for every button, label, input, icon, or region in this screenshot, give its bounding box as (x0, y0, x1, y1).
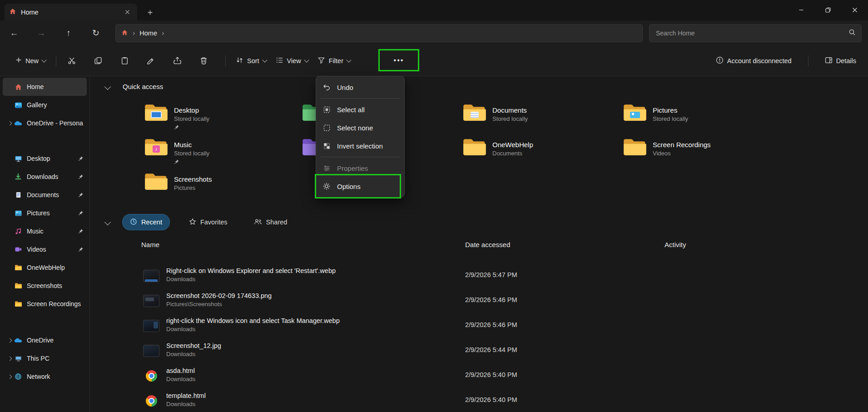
tab-close-icon[interactable] (122, 7, 133, 18)
breadcrumb-home-icon[interactable] (121, 29, 128, 37)
divider (56, 55, 56, 66)
sidebar-item-screenshots[interactable]: Screenshots (3, 277, 87, 295)
menu-item-select-all[interactable]: Select all (316, 100, 404, 119)
delete-button[interactable] (193, 53, 213, 69)
menu-item-select-none[interactable]: Select none (316, 119, 404, 137)
see-more-button[interactable]: ••• (387, 55, 411, 66)
desktop-emblem (151, 111, 162, 118)
forward-button[interactable]: → (34, 25, 49, 41)
sidebar-item-this-pc[interactable]: This PC (3, 349, 87, 367)
info-icon (716, 56, 724, 65)
explorer-tab[interactable]: Home (5, 4, 137, 20)
menu-item-invert-selection[interactable]: Invert selection (316, 137, 404, 155)
restore-button[interactable] (814, 0, 841, 20)
quick-access-tile-onewebhelp[interactable]: OneWebHelp Documents (462, 137, 612, 157)
pin-icon (174, 159, 209, 166)
sidebar-item-downloads[interactable]: Downloads (3, 168, 87, 186)
star-icon (189, 218, 196, 227)
breadcrumb-home[interactable]: Home (139, 30, 157, 37)
sidebar-item-network[interactable]: Network (3, 367, 87, 386)
tab-favorites-label: Favorites (200, 218, 228, 226)
quick-access-tile-screenshots[interactable]: Screenshots Pictures (144, 172, 294, 192)
folder-icon (14, 263, 23, 272)
close-button[interactable] (841, 0, 868, 20)
file-row[interactable]: Screenshot_12.jpg Downloads 2/9/2026 5:4… (90, 338, 868, 363)
file-explorer-window: Home ← → ↑ ↻ › Home › New (0, 0, 868, 412)
back-button[interactable]: ← (6, 25, 22, 41)
menu-item-select-all-label: Select all (337, 106, 365, 114)
tab-recent[interactable]: Recent (122, 214, 170, 230)
sidebar-item-gallery[interactable]: Gallery (3, 96, 87, 114)
invert-selection-icon (322, 142, 332, 150)
quick-access-tile-desktop[interactable]: Desktop Stored locally (144, 103, 294, 131)
quick-access-tile-music[interactable]: ♪ Music Stored locally (144, 137, 294, 166)
sidebar-item-documents[interactable]: Documents (3, 186, 87, 204)
view-button-label: View (287, 57, 301, 65)
up-button[interactable]: ↑ (61, 25, 76, 41)
menu-item-invert-selection-label: Invert selection (337, 142, 383, 150)
sidebar-item-home[interactable]: Home (3, 78, 87, 96)
sort-button[interactable]: Sort (231, 53, 271, 69)
sidebar-item-screen-recordings[interactable]: Screen Recordings (3, 295, 87, 313)
search-icon[interactable] (848, 29, 856, 37)
pin-icon (77, 174, 84, 179)
sidebar-item-pictures[interactable]: Pictures (3, 204, 87, 222)
minimize-button[interactable] (788, 0, 814, 20)
new-tab-button[interactable] (144, 6, 156, 18)
filter-icon (317, 56, 325, 65)
file-row[interactable]: template.html Downloads 2/9/2026 5:40 PM (90, 388, 868, 412)
quick-access-tile-pictures[interactable]: Pictures Stored locally (623, 103, 773, 123)
sidebar-item-onedrive[interactable]: OneDrive (3, 331, 87, 349)
music-icon (14, 227, 23, 235)
sidebar-item-desktop[interactable]: Desktop (3, 149, 87, 168)
tab-shared[interactable]: Shared (247, 214, 295, 230)
file-row[interactable]: Right-click on Windows Explorer and sele… (90, 263, 868, 288)
sidebar: Home Gallery OneDrive - Persona Desktop … (0, 76, 90, 412)
cut-button[interactable] (62, 53, 82, 69)
chevron-right-icon (7, 338, 12, 343)
column-header-date-accessed[interactable]: Date accessed (465, 241, 510, 248)
sidebar-item-onedrive-personal[interactable]: OneDrive - Persona (3, 114, 87, 132)
sidebar-item-videos[interactable]: Videos (3, 240, 87, 258)
file-row[interactable]: asda.html Downloads 2/9/2026 5:40 PM (90, 363, 868, 388)
pin-icon (77, 228, 84, 234)
chevron-down-icon[interactable] (104, 83, 111, 89)
select-all-icon (322, 106, 332, 114)
quick-access-tile-screen-recordings[interactable]: Screen Recordings Videos (623, 137, 773, 157)
account-status-label: Account disconnected (727, 57, 792, 65)
videos-icon (14, 245, 23, 253)
new-button-label: New (25, 57, 39, 65)
chrome-html-icon (144, 370, 158, 382)
rename-button[interactable] (141, 53, 161, 69)
file-row[interactable]: Screenshot 2026-02-09 174633.png Picture… (90, 288, 868, 313)
menu-item-undo[interactable]: Undo (316, 78, 404, 96)
filter-button[interactable]: Filter (313, 53, 355, 69)
copy-button[interactable] (88, 53, 108, 69)
search-input[interactable] (655, 29, 848, 37)
sidebar-item-onewebhelp[interactable]: OneWebHelp (3, 258, 87, 277)
new-button[interactable]: New (11, 53, 50, 68)
chevron-down-icon[interactable] (104, 219, 111, 225)
tab-title: Home (21, 9, 122, 16)
address-bar[interactable]: › Home › (115, 24, 643, 42)
details-panel-icon (825, 56, 833, 65)
recent-files-list: Right-click on Windows Explorer and sele… (90, 263, 868, 412)
folder-icon (462, 137, 487, 157)
downloads-icon (14, 173, 23, 181)
chevron-down-icon (262, 57, 267, 62)
quick-access-section-header[interactable]: Quick access (90, 83, 163, 90)
sidebar-item-music[interactable]: Music (3, 222, 87, 240)
file-row[interactable]: right-click the Windows icon and select … (90, 313, 868, 338)
column-header-name[interactable]: Name (141, 241, 159, 248)
quick-access-tile-documents[interactable]: Documents Stored locally (462, 103, 612, 123)
view-button[interactable]: View (271, 53, 313, 69)
search-box[interactable] (649, 24, 862, 42)
share-button[interactable] (167, 53, 187, 69)
column-header-activity[interactable]: Activity (665, 241, 686, 248)
paste-button[interactable] (114, 53, 134, 69)
tab-favorites[interactable]: Favorites (182, 214, 235, 230)
tab-recent-label: Recent (141, 218, 162, 226)
details-button[interactable]: Details (820, 53, 861, 69)
account-status[interactable]: Account disconnected (711, 53, 796, 69)
refresh-button[interactable]: ↻ (88, 25, 104, 41)
